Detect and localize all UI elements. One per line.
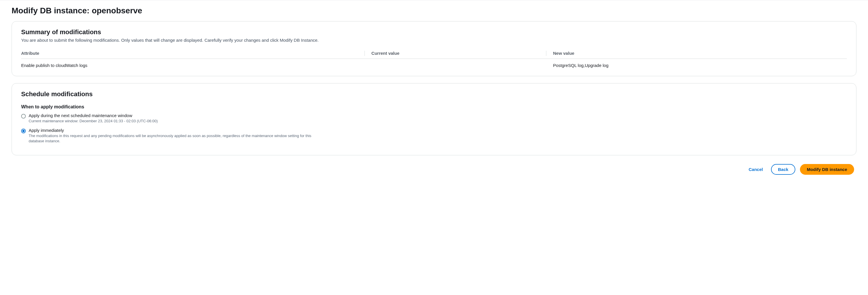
cell-current-value bbox=[368, 59, 550, 69]
column-header-new-value: New value bbox=[550, 48, 847, 59]
radio-option-apply-immediately[interactable]: Apply immediately The modifications in t… bbox=[21, 128, 847, 144]
summary-description: You are about to submit the following mo… bbox=[21, 38, 847, 42]
summary-panel: Summary of modifications You are about t… bbox=[11, 21, 857, 76]
back-button[interactable]: Back bbox=[771, 164, 795, 175]
footer-buttons: Cancel Back Modify DB instance bbox=[11, 162, 857, 175]
radio-option-maintenance-window[interactable]: Apply during the next scheduled maintena… bbox=[21, 113, 847, 124]
radio-text-block: Apply during the next scheduled maintena… bbox=[29, 113, 158, 124]
radio-input-apply-immediately[interactable] bbox=[21, 129, 26, 133]
page-container: Modify DB instance: openobserve Summary … bbox=[0, 0, 868, 180]
radio-description-maintenance-window: Current maintenance window: December 23,… bbox=[29, 119, 158, 124]
radio-input-maintenance-window[interactable] bbox=[21, 114, 26, 119]
modify-db-instance-button[interactable]: Modify DB instance bbox=[800, 164, 854, 175]
cell-new-value: PostgreSQL log,Upgrade log bbox=[550, 59, 847, 69]
radio-label-apply-immediately[interactable]: Apply immediately bbox=[29, 128, 312, 133]
table-row: Enable publish to cloudWatch logs Postgr… bbox=[21, 59, 847, 69]
column-header-attribute: Attribute bbox=[21, 48, 368, 59]
summary-heading: Summary of modifications bbox=[21, 28, 847, 36]
cell-attribute: Enable publish to cloudWatch logs bbox=[21, 59, 368, 69]
summary-table: Attribute Current value New value Enable… bbox=[21, 48, 847, 69]
radio-description-apply-immediately: The modifications in this request and an… bbox=[29, 133, 312, 144]
page-title: Modify DB instance: openobserve bbox=[11, 6, 857, 16]
schedule-sub-heading: When to apply modifications bbox=[21, 104, 847, 110]
cancel-button[interactable]: Cancel bbox=[745, 165, 766, 174]
schedule-panel: Schedule modifications When to apply mod… bbox=[11, 83, 857, 155]
schedule-heading: Schedule modifications bbox=[21, 90, 847, 98]
radio-label-maintenance-window[interactable]: Apply during the next scheduled maintena… bbox=[29, 113, 158, 118]
column-header-current-value: Current value bbox=[368, 48, 550, 59]
radio-text-block: Apply immediately The modifications in t… bbox=[29, 128, 312, 144]
